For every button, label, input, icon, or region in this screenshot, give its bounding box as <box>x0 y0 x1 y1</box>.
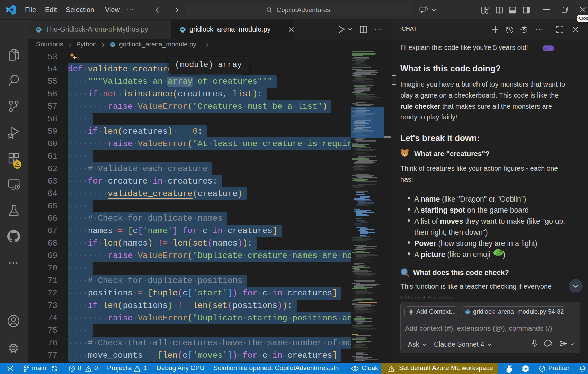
svg-text:C#: C# <box>523 367 528 371</box>
